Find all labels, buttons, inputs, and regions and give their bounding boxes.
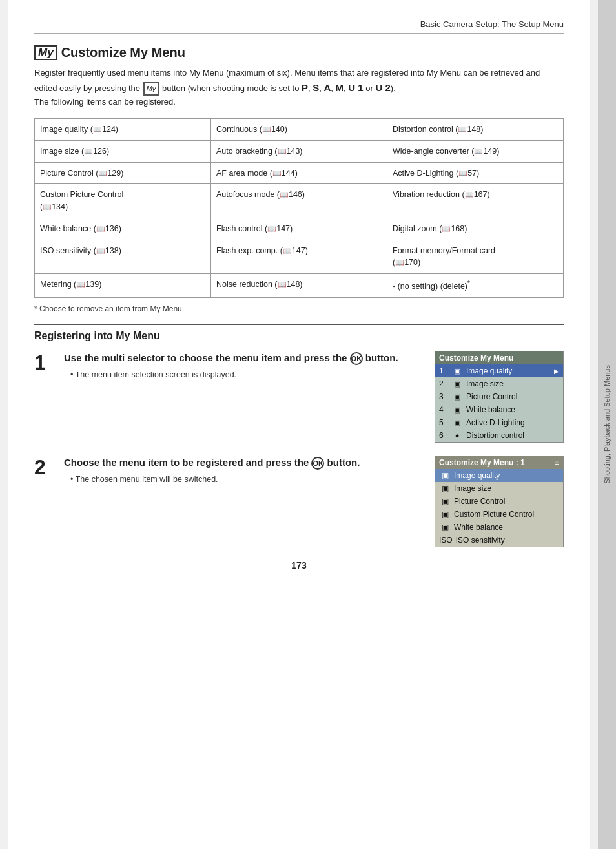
table-cell: Image size (📖126) [35,140,211,162]
ref-icon: 📖 [262,126,271,134]
table-cell: - (no setting) (delete)* [387,274,564,298]
row-icon2: ▣ [439,523,451,532]
ref-icon: 📖 [272,169,282,177]
section-title: My Customize My Menu [34,45,564,60]
table-row: ISO sensitivity (📖138) Flash exp. comp. … [35,240,564,274]
row-icon: ▣ [451,406,463,414]
row-icon2: ▣ [439,484,451,493]
screen-1-title: Customize My Menu [435,351,563,364]
page-header: Basic Camera Setup: The Setup Menu [34,19,564,34]
header-title: Basic Camera Setup: The Setup Menu [420,19,564,29]
menu-items-table: Image quality (📖124) Continuous (📖140) D… [34,118,564,298]
table-cell: Active D-Lighting (📖57) [387,162,564,184]
mode-s: S [313,82,319,93]
ref-icon: 📖 [280,191,289,199]
row-label2: White balance [454,523,503,532]
table-row: White balance (📖136) Flash control (📖147… [35,218,564,240]
row-label: Image size [466,379,504,388]
arrow-icon: ▶ [554,368,559,375]
screen-row-2: 2 ▣ Image size [435,377,563,390]
table-cell: Format memory/Format card(📖170) [387,240,564,274]
ref-icon: 📖 [465,191,474,199]
ref-icon: 📖 [84,147,93,155]
ok-button-icon: OK [350,352,363,365]
screen2-row-5: ▣ White balance [435,521,563,534]
sidebar-text: Shooting, Playback and Setup Menus [603,365,611,483]
table-cell: Flash exp. comp. (📖147) [211,240,387,274]
row-label: Image quality [466,366,512,375]
row-icon: ▣ [451,367,463,375]
row-label: White balance [466,405,515,414]
step-1-note: The menu item selection screen is displa… [70,369,423,381]
row-label2: Picture Control [454,497,505,506]
row-label2: ISO sensitivity [456,536,505,545]
step-2-note: The chosen menu item will be switched. [70,474,423,486]
my-menu-icon: My [34,45,57,60]
table-cell: ISO sensitivity (📖138) [35,240,211,274]
table-cell: Auto bracketing (📖143) [211,140,387,162]
row-icon: ▣ [451,393,463,401]
step-2-container: 2 Choose the menu item to be registered … [34,456,564,547]
screen2-row-1: ▣ Image quality [435,469,563,482]
step-2-number: 2 [34,457,52,477]
screen-row-6: 6 ● Distortion control [435,429,563,442]
row-icon2: ISO [439,536,453,545]
step-2-screen: Customize My Menu : 1 ≡ ▣ Image quality … [435,456,564,547]
row-label: Active D-Lighting [466,418,525,427]
screen-row-3: 3 ▣ Picture Control [435,390,563,403]
table-cell: Vibration reduction (📖167) [387,184,564,218]
screen2-row-2: ▣ Image size [435,482,563,495]
ref-icon: 📖 [43,204,52,211]
row-icon: ● [451,432,463,439]
step-1-title: Use the multi selector to choose the men… [64,351,423,365]
table-row: Metering (📖139) Noise reduction (📖148) -… [35,274,564,298]
sidebar-panel: Shooting, Playback and Setup Menus [598,0,616,849]
screen-row-4: 4 ▣ White balance [435,403,563,416]
row-num: 1 [439,366,448,375]
table-cell: Flash control (📖147) [211,218,387,240]
table-cell: Picture Control (📖129) [35,162,211,184]
table-cell: Digital zoom (📖168) [387,218,564,240]
step-1-container: 1 Use the multi selector to choose the m… [34,351,564,443]
table-row: Picture Control (📖129) AF area mode (📖14… [35,162,564,184]
step-1-content: Use the multi selector to choose the men… [64,351,423,381]
ref-icon: 📖 [267,225,276,233]
ref-icon: 📖 [96,225,105,233]
table-row: Image size (📖126) Auto bracketing (📖143)… [35,140,564,162]
row-icon: ▣ [451,380,463,388]
row-label2: Image size [454,484,491,493]
row-label2: Custom Picture Control [454,510,534,519]
row-label: Picture Control [466,392,517,401]
mode-m: M [336,82,344,93]
row-num: 6 [439,431,448,440]
row-icon: ▣ [451,419,463,427]
table-cell: Metering (📖139) [35,274,211,298]
mode-p: P [302,82,308,93]
ref-icon: 📖 [278,147,287,155]
ref-icon: 📖 [96,247,105,255]
intro-paragraph: Register frequently used menu items into… [34,67,564,109]
row-num: 5 [439,418,448,427]
table-cell: Image quality (📖124) [35,119,211,141]
row-icon2: ▣ [439,497,451,506]
ref-icon: 📖 [442,225,451,233]
table-cell: Custom Picture Control(📖134) [35,184,211,218]
mode-u1: U 1 [348,82,363,93]
table-cell: Autofocus mode (📖146) [211,184,387,218]
screen2-row-6: ISO ISO sensitivity [435,534,563,547]
step-1-screen: Customize My Menu 1 ▣ Image quality ▶ 2 … [435,351,564,443]
screen-2-title: Customize My Menu : 1 ≡ [435,456,563,469]
page-number: 173 [34,560,564,571]
row-icon2: ▣ [439,471,451,480]
screen2-row-4: ▣ Custom Picture Control [435,508,563,521]
step-2-title: Choose the menu item to be registered an… [64,456,423,470]
row-icon2: ▣ [439,510,451,519]
ref-icon: 📖 [395,259,404,267]
ref-icon: 📖 [474,147,483,155]
my-button-icon: My [143,82,159,96]
row-num: 4 [439,405,448,414]
table-cell: Continuous (📖140) [211,119,387,141]
mode-a: A [324,82,331,93]
mode-u2: U 2 [375,82,390,93]
screen-2-title-text: Customize My Menu : 1 [439,458,525,467]
